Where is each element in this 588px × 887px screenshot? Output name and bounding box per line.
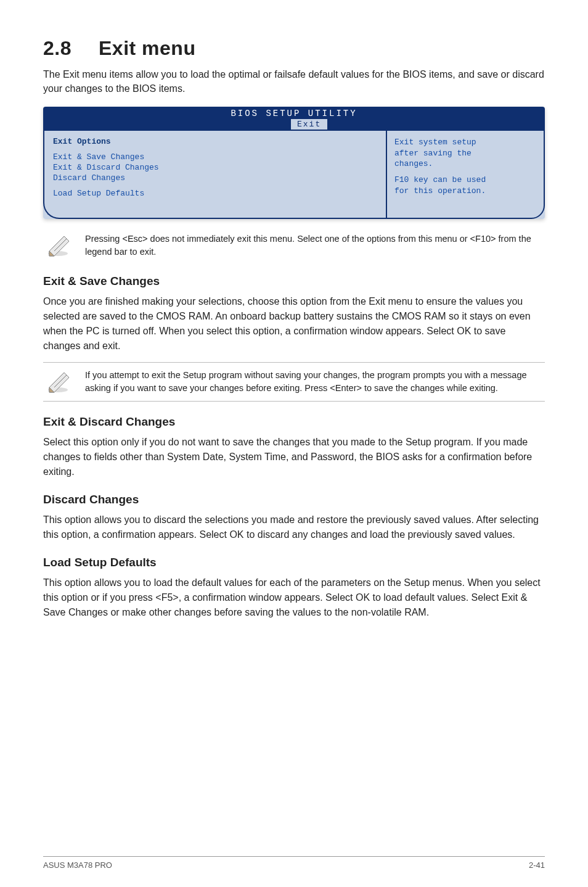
bios-item-exit-discard[interactable]: Exit & Discard Changes	[53, 163, 377, 172]
bios-item-load-defaults[interactable]: Load Setup Defaults	[53, 189, 377, 198]
heading-exit-save: Exit & Save Changes	[43, 274, 545, 288]
pencil-icon	[46, 369, 74, 394]
bios-help-pane: Exit system setup after saving the chang…	[386, 130, 545, 219]
section-heading: 2.8Exit menu	[43, 37, 545, 60]
bios-help-spacer	[394, 170, 536, 175]
note-save-prompt-text: If you attempt to exit the Setup program…	[85, 369, 542, 395]
page: 2.8Exit menu The Exit menu items allow y…	[0, 0, 588, 887]
para-discard: This option allows you to discard the se…	[43, 513, 545, 542]
bios-item-exit-save[interactable]: Exit & Save Changes	[53, 152, 377, 162]
pencil-icon	[46, 233, 74, 257]
footer-right: 2-41	[529, 860, 545, 870]
bios-left-pane: Exit Options Exit & Save Changes Exit & …	[43, 130, 386, 219]
para-exit-discard: Select this option only if you do not wa…	[43, 435, 545, 479]
bios-tab-exit[interactable]: Exit	[291, 119, 327, 130]
footer-left: ASUS M3A78 PRO	[43, 860, 112, 870]
bios-help-line: Exit system setup	[394, 137, 536, 148]
bios-help-line: F10 key can be used	[394, 175, 536, 186]
heading-exit-discard: Exit & Discard Changes	[43, 415, 545, 429]
intro-paragraph: The Exit menu items allow you to load th…	[43, 67, 545, 96]
para-exit-save: Once you are finished making your select…	[43, 294, 545, 353]
bios-item-discard[interactable]: Discard Changes	[53, 173, 377, 183]
para-load-defaults: This option allows you to load the defau…	[43, 576, 545, 620]
bios-panel: BIOS SETUP UTILITY Exit Exit Options Exi…	[43, 107, 545, 219]
heading-discard: Discard Changes	[43, 493, 545, 506]
bios-titlebar: BIOS SETUP UTILITY Exit	[43, 107, 545, 130]
note-esc-text: Pressing <Esc> does not immediately exit…	[85, 233, 542, 258]
heading-load-defaults: Load Setup Defaults	[43, 556, 545, 569]
note-save-prompt: If you attempt to exit the Setup program…	[43, 362, 545, 402]
page-footer: ASUS M3A78 PRO 2-41	[43, 856, 545, 870]
bios-left-header: Exit Options	[53, 137, 377, 146]
bios-utility-title: BIOS SETUP UTILITY	[43, 109, 545, 118]
bios-help-line: for this operation.	[394, 186, 536, 197]
bios-body: Exit Options Exit & Save Changes Exit & …	[43, 130, 545, 219]
section-number: 2.8	[43, 37, 99, 60]
section-title: Exit menu	[99, 37, 195, 59]
note-esc: Pressing <Esc> does not immediately exit…	[43, 230, 545, 261]
bios-help-line: changes.	[394, 159, 536, 170]
bios-help-line: after saving the	[394, 148, 536, 159]
